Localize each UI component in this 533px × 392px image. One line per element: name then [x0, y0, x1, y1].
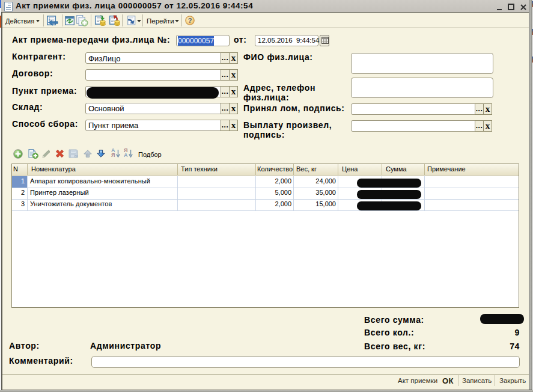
- svg-text:?: ?: [188, 17, 192, 24]
- svg-text:OK: OK: [75, 155, 79, 158]
